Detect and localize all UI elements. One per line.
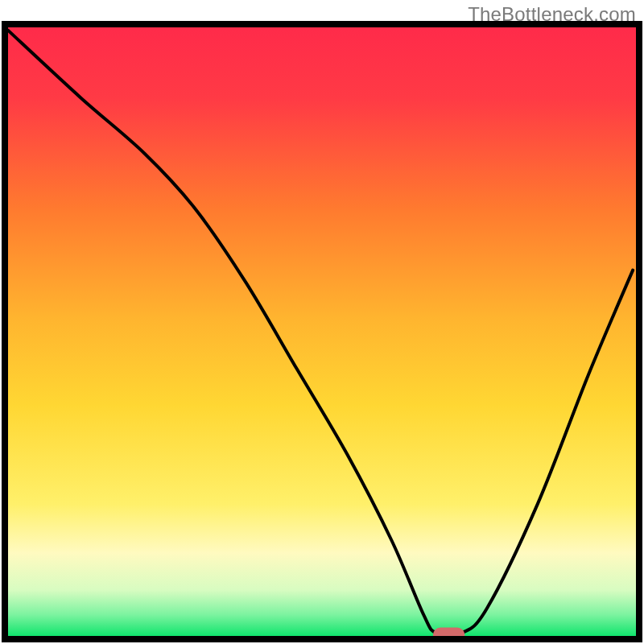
chart-container: TheBottleneck.com xyxy=(0,0,644,644)
bottleneck-chart xyxy=(0,0,644,644)
